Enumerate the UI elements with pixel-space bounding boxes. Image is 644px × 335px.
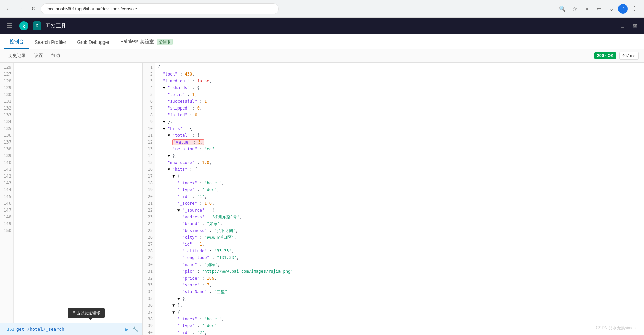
response-line: "score" : 7, (155, 282, 644, 288)
more-menu-button[interactable]: ⋮ (629, 3, 640, 14)
response-line: ▼ "total" : { (155, 132, 644, 139)
response-line: "_type" : "_doc", (155, 186, 644, 193)
editor-line (14, 207, 142, 214)
reload-button[interactable]: ↻ (29, 4, 38, 14)
response-line: "starName" : "二星" (155, 288, 644, 295)
cast-icon-btn[interactable]: ▭ (594, 3, 605, 14)
bookmark-icon-btn[interactable]: ☆ (569, 3, 580, 14)
app-title: 开发工具 (46, 23, 66, 29)
response-line: "_id" : "2", (155, 329, 644, 335)
editor-line (14, 125, 142, 132)
search-icon-btn[interactable]: 🔍 (557, 3, 568, 14)
response-line: "skipped" : 0, (155, 105, 644, 112)
editor-line (14, 139, 142, 146)
settings-button[interactable]: 设置 (31, 51, 46, 60)
editor-line (14, 84, 142, 91)
response-line: "successful" : 1, (155, 98, 644, 105)
editor-line (14, 71, 142, 78)
fullscreen-button[interactable]: □ (617, 20, 628, 31)
wrench-button[interactable]: 🔧 (131, 326, 140, 333)
editor-line (14, 214, 142, 220)
tab-console[interactable]: 控制台 (4, 35, 29, 49)
editor-line (14, 78, 142, 84)
editor-line (14, 112, 142, 118)
user-badge: D (33, 21, 41, 30)
response-line: "latitude" : "33.33", (155, 248, 644, 254)
editor-line (14, 186, 142, 193)
tab-search-profiler[interactable]: Search Profiler (29, 36, 72, 49)
response-line: "_index" : "hotel", (155, 316, 644, 322)
response-line: "address" : "柳州东路1号", (155, 214, 644, 220)
resize-handle[interactable] (141, 63, 142, 335)
browser-chrome: ← → ↻ localhost:5601/app/kibana#/dev_too… (0, 0, 644, 18)
response-line: ▼ }, (155, 295, 644, 302)
response-content: { "took" : 430, "timed_out" : false, ▼ "… (155, 63, 644, 335)
hamburger-menu-button[interactable]: ☰ (4, 20, 15, 31)
editor-line (14, 152, 142, 159)
response-line: "id" : 1, (155, 241, 644, 248)
browser-icons: 🔍 ☆ ▫ ▭ ⇓ D ⋮ (557, 3, 640, 14)
extensions-icon-btn[interactable]: ▫ (581, 3, 592, 14)
svg-text:k: k (22, 23, 25, 29)
toolbar: 历史记录 设置 帮助 200 - OK 467 ms (0, 49, 644, 63)
back-button[interactable]: ← (4, 4, 14, 14)
input-row[interactable]: 151 get /hotel/_search ▶ 🔧 (0, 323, 142, 335)
input-actions: ▶ 🔧 (123, 326, 140, 333)
editor-line (14, 220, 142, 227)
response-line: "price" : 189, (155, 275, 644, 282)
response-line: "business" : "弘阳商圈", (155, 227, 644, 234)
editor-line (14, 146, 142, 152)
help-button[interactable]: 帮助 (48, 51, 63, 60)
response-line: "max_score" : 1.0, (155, 159, 644, 166)
watermark: CSDN @水无痕simon (596, 325, 636, 331)
response-line: ▼ "hits" : { (155, 125, 644, 132)
notifications-button[interactable]: ✉ (629, 20, 640, 31)
toolbar-right: 200 - OK 467 ms (594, 52, 639, 60)
response-line: "failed" : 0 (155, 112, 644, 118)
tab-bar: 控制台 Search Profiler Grok Debugger Painle… (0, 34, 644, 49)
status-badge: 200 - OK (594, 52, 616, 59)
input-command[interactable]: get /hotel/_search (16, 326, 123, 332)
response-line: ▼ }, (155, 152, 644, 159)
response-line: ▼ }, (155, 118, 644, 125)
response-line-numbers: 12345 678910 1112131415 1617181920 21222… (143, 63, 155, 335)
response-line-highlight: "value" : 3, (155, 139, 644, 146)
editor-line (14, 200, 142, 207)
forward-button[interactable]: → (16, 4, 26, 14)
response-line: "took" : 430, (155, 71, 644, 78)
download-icon-btn[interactable]: ⇓ (606, 3, 617, 14)
editor-line (14, 166, 142, 173)
left-panel: 129127128129130 131132133134135 13613713… (0, 63, 143, 335)
editor-line (14, 98, 142, 105)
editor-area[interactable]: 129127128129130 131132133134135 13613713… (0, 63, 142, 335)
app-bar: ☰ k D 开发工具 □ ✉ (0, 18, 644, 34)
main-content: 129127128129130 131132133134135 13613713… (0, 63, 644, 335)
editor-line (14, 91, 142, 98)
response-line: "total" : 1, (155, 91, 644, 98)
response-line: "_type" : "_doc", (155, 322, 644, 329)
response-line: ▼ "hits" : [ (155, 166, 644, 173)
tab-grok-debugger[interactable]: Grok Debugger (72, 36, 115, 49)
response-line: "city" : "南京市浦口区", (155, 234, 644, 241)
editor-line-numbers: 129127128129130 131132133134135 13613713… (0, 63, 14, 335)
response-line: ▼ { (155, 173, 644, 180)
response-line: "relation" : "eq" (155, 146, 644, 152)
editor-line (14, 105, 142, 112)
input-line-number: 151 (3, 327, 16, 332)
history-button[interactable]: 历史记录 (5, 51, 29, 60)
response-line: "longitude" : "131.33", (155, 254, 644, 261)
address-bar[interactable]: localhost:5601/app/kibana#/dev_tools/con… (41, 3, 279, 14)
response-line: ▼ }, (155, 302, 644, 309)
editor-line (14, 193, 142, 200)
editor-line (14, 159, 142, 166)
editor-line (14, 180, 142, 186)
app-bar-actions: □ ✉ (617, 20, 640, 31)
response-line: "_id" : "1", (155, 193, 644, 200)
response-line: "_score" : 1.0, (155, 200, 644, 207)
profile-button[interactable]: D (618, 4, 628, 14)
response-line: { (155, 64, 644, 71)
run-button[interactable]: ▶ (123, 326, 130, 333)
timing-badge: 467 ms (619, 52, 639, 60)
tab-painless-lab[interactable]: Painless 实验室 公测版 (115, 35, 178, 49)
response-line: "pic" : "http://www.bai.com/images/rujia… (155, 268, 644, 275)
